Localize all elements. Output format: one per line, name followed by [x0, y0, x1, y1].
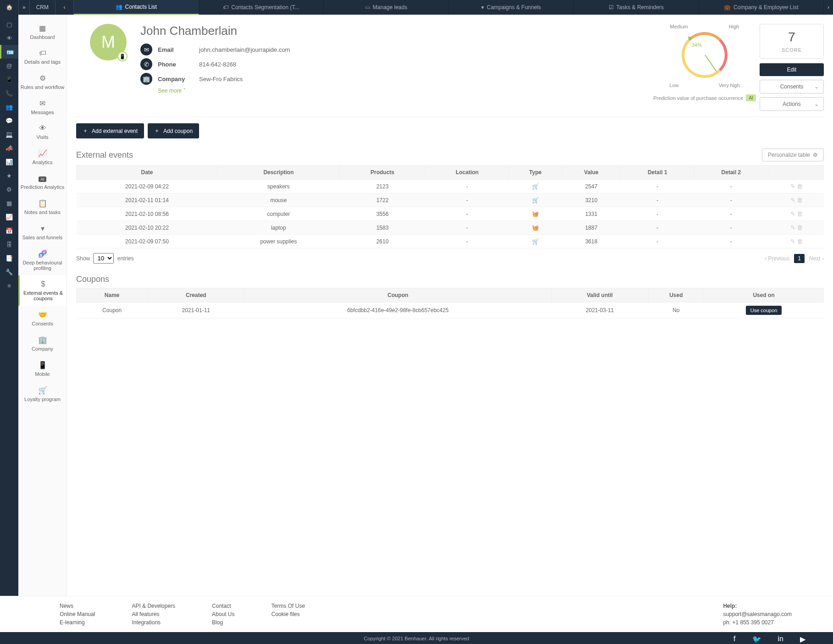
- rail-item[interactable]: @: [0, 59, 18, 72]
- sidebar-item-analytics[interactable]: 📈Analytics: [18, 144, 67, 170]
- edit-icon[interactable]: ✎: [790, 197, 795, 204]
- next-page[interactable]: Next ›: [809, 255, 824, 262]
- rail-item[interactable]: 🪪: [0, 45, 18, 59]
- cell: -: [694, 207, 768, 221]
- rail-item[interactable]: 🗄: [0, 237, 18, 251]
- sidebar-item-deep-behavioural-profiling[interactable]: 🧬Deep behavioural profiling: [18, 245, 67, 275]
- home-icon[interactable]: 🏠: [0, 4, 18, 11]
- sidebar-item-dashboard[interactable]: ▦Dashboard: [18, 19, 67, 44]
- topbar: 🏠 » CRM ‹ 👥Contacts List 🏷Contacts Segme…: [0, 0, 833, 15]
- sidebar-item-company[interactable]: 🏢Company: [18, 331, 67, 356]
- rail-item[interactable]: ⚙: [0, 182, 18, 196]
- rail-item[interactable]: 📞: [0, 86, 18, 100]
- expand-icon[interactable]: »: [18, 0, 30, 15]
- consents-dropdown[interactable]: Consents: [760, 80, 824, 94]
- cell: 3556: [339, 207, 426, 221]
- edit-icon[interactable]: ✎: [790, 224, 795, 231]
- rail-item[interactable]: 👁: [0, 31, 18, 45]
- tab-campaigns[interactable]: ▾Campaigns & Funnels: [449, 0, 574, 15]
- use-coupon-button[interactable]: Use coupon: [746, 306, 782, 315]
- tab-segmentation[interactable]: 🏷Contacts Segmentation (T...: [199, 0, 324, 15]
- edit-button[interactable]: Edit: [760, 63, 824, 76]
- rail-item[interactable]: 💻: [0, 127, 18, 141]
- footer-link[interactable]: E-learning: [60, 619, 95, 626]
- rail-item[interactable]: ★: [0, 169, 18, 182]
- footer-link[interactable]: News: [60, 603, 95, 609]
- copyright: Copyright © 2021 Benhauer. All rights re…: [0, 632, 833, 644]
- tab-company[interactable]: 💼Company & Employee List: [699, 0, 824, 15]
- linkedin-icon[interactable]: in: [778, 635, 783, 644]
- back-icon[interactable]: ‹: [56, 0, 74, 15]
- footer-link[interactable]: Contact: [212, 603, 234, 609]
- footer-link[interactable]: About Us: [212, 611, 234, 617]
- rail-item[interactable]: 📈: [0, 210, 18, 224]
- actions-dropdown[interactable]: Actions: [760, 97, 824, 111]
- footer-link[interactable]: Terms Of Use: [271, 603, 305, 609]
- add-coupon-button[interactable]: ＋Add coupon: [148, 123, 199, 138]
- rail-item[interactable]: 📑: [0, 251, 18, 265]
- rail-item[interactable]: 📣: [0, 141, 18, 155]
- sidebar-item-messages[interactable]: ✉Messages: [18, 94, 67, 120]
- sidebar-item-details-and-tags[interactable]: 🏷Details and tags: [18, 44, 67, 69]
- main-content: M 📱 John Chamberlain ✉Emailjohn.chamberl…: [67, 15, 833, 596]
- rail-item[interactable]: ≡: [0, 279, 18, 292]
- delete-icon[interactable]: 🗑: [797, 210, 803, 217]
- column-header: Value: [562, 165, 621, 180]
- sidebar-icon: ✉: [20, 99, 65, 108]
- rail-item[interactable]: 📊: [0, 155, 18, 169]
- edit-icon[interactable]: ✎: [790, 238, 795, 245]
- footer-link[interactable]: All features: [132, 611, 175, 617]
- footer-link[interactable]: Cookie files: [271, 611, 305, 617]
- table-row: 2021-02-10 20:22laptop1583-🧺1887--✎🗑: [77, 221, 824, 235]
- sidebar-item-notes-and-tasks[interactable]: 📋Notes and tasks: [18, 194, 67, 220]
- footer-link[interactable]: Integrations: [132, 619, 175, 626]
- delete-icon[interactable]: 🗑: [797, 183, 803, 190]
- twitter-icon[interactable]: 🐦: [752, 635, 761, 644]
- add-external-event-button[interactable]: ＋Add external event: [76, 123, 144, 138]
- entries-select[interactable]: 10: [93, 253, 114, 264]
- cell: 2123: [339, 180, 426, 193]
- sidebar-item-rules-and-workflow[interactable]: ⚙Rules and workflow: [18, 69, 67, 94]
- breadcrumb[interactable]: CRM: [30, 0, 56, 15]
- tabs-overflow-icon[interactable]: ›: [824, 4, 833, 11]
- sidebar-item-sales-and-funnels[interactable]: ▾Sales and funnels: [18, 220, 67, 245]
- sidebar-item-visits[interactable]: 👁Visits: [18, 120, 67, 144]
- rail-item[interactable]: ▦: [0, 196, 18, 210]
- rail-item[interactable]: 📱: [0, 72, 18, 86]
- sidebar-item-loyalty-program[interactable]: 🛒Loyalty program: [18, 381, 67, 407]
- youtube-icon[interactable]: ▶: [800, 635, 805, 644]
- page-number[interactable]: 1: [794, 254, 805, 263]
- delete-icon[interactable]: 🗑: [797, 224, 803, 231]
- rail-item[interactable]: 👥: [0, 100, 18, 114]
- edit-icon[interactable]: ✎: [790, 183, 795, 190]
- edit-icon[interactable]: ✎: [790, 210, 795, 217]
- personalize-table-button[interactable]: Personalize table⚙: [762, 149, 824, 161]
- facebook-icon[interactable]: f: [733, 635, 735, 644]
- tab-manage-leads[interactable]: ▭Manage leads: [324, 0, 449, 15]
- rail-item[interactable]: 📅: [0, 224, 18, 237]
- tab-tasks[interactable]: ☑Tasks & Reminders: [574, 0, 699, 15]
- tab-contacts-list[interactable]: 👥Contacts List: [74, 0, 199, 15]
- footer-link[interactable]: Online Manual: [60, 611, 95, 617]
- sidebar-item-label: Company: [20, 346, 65, 352]
- users-icon: 👥: [116, 4, 122, 10]
- sidebar-item-mobile[interactable]: 📱Mobile: [18, 356, 67, 381]
- sidebar-item-external-events-coupons[interactable]: $External events & coupons: [18, 275, 67, 306]
- cell: speakers: [217, 180, 339, 193]
- cart-icon: 🛒: [509, 193, 562, 207]
- sidebar-icon: AI: [20, 174, 65, 182]
- rail-item[interactable]: 💬: [0, 114, 18, 127]
- delete-icon[interactable]: 🗑: [797, 197, 803, 204]
- table-row: 2021-02-11 01:14mouse1722-🛒3210--✎🗑: [77, 193, 824, 207]
- prev-page[interactable]: ‹ Previous: [765, 255, 789, 262]
- footer-link[interactable]: API & Developers: [132, 603, 175, 609]
- company-value: Sew-Fro Fabrics: [199, 76, 243, 83]
- footer-link[interactable]: Blog: [212, 619, 234, 626]
- sidebar-item-prediction-analytics[interactable]: AIPrediction Analytics: [18, 170, 67, 194]
- sidebar-item-consents[interactable]: 🤝Consents: [18, 306, 67, 331]
- rail-item[interactable]: 🔧: [0, 265, 18, 279]
- table-row: 2021-02-09 04:22speakers2123-🛒2547--✎🗑: [77, 180, 824, 193]
- delete-icon[interactable]: 🗑: [797, 238, 803, 245]
- rail-item[interactable]: ▢: [0, 17, 18, 31]
- see-more-link[interactable]: See more ˅: [158, 88, 650, 94]
